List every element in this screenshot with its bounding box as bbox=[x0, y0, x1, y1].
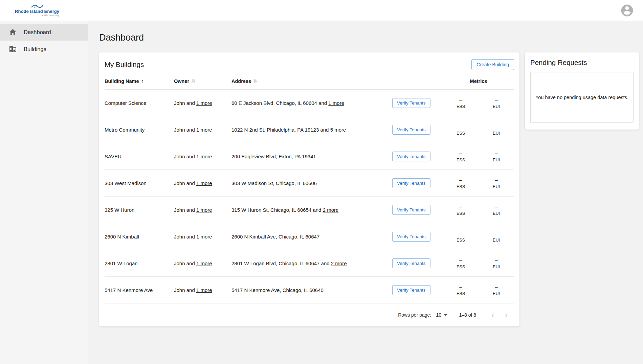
owner-text: John and bbox=[174, 207, 195, 213]
address-more-link[interactable]: 5 more bbox=[330, 127, 346, 133]
verify-tenants-button[interactable]: Verify Tenants bbox=[392, 258, 430, 268]
ess-label: ESS bbox=[443, 237, 479, 244]
column-label: Address bbox=[231, 78, 251, 84]
address-cell: 315 W Huron St, Chicago, IL 60654 and 2 … bbox=[231, 207, 392, 213]
ess-metric: –ESS bbox=[443, 256, 479, 271]
building-name-cell: 303 West Madison bbox=[105, 180, 174, 186]
eui-metric: –EUI bbox=[479, 176, 514, 190]
ess-label: ESS bbox=[443, 264, 479, 270]
address-text: 315 W Huron St, Chicago, IL 60654 and bbox=[231, 207, 321, 213]
address-cell: 200 Eagleview Blvd, Exton, PA 19341 bbox=[231, 154, 392, 159]
home-icon bbox=[9, 28, 17, 36]
eui-label: EUI bbox=[479, 184, 514, 190]
eui-metric: –EUI bbox=[479, 203, 514, 217]
building-name-cell: 325 W Huron bbox=[105, 207, 174, 213]
owner-text: John and bbox=[174, 100, 195, 106]
sidebar-item-label: Dashboard bbox=[24, 29, 51, 36]
building-name-cell: Computer Science bbox=[105, 100, 174, 106]
ess-metric: –ESS bbox=[443, 149, 479, 164]
eui-label: EUI bbox=[479, 264, 514, 270]
column-header-building-name[interactable]: Building Name ↑ bbox=[105, 78, 174, 84]
rows-per-page-select[interactable]: 10 bbox=[436, 312, 447, 318]
eui-metric: –EUI bbox=[479, 122, 514, 137]
ess-label: ESS bbox=[443, 130, 479, 137]
verify-tenants-button[interactable]: Verify Tenants bbox=[392, 205, 430, 215]
eui-label: EUI bbox=[479, 104, 514, 110]
create-building-button[interactable]: Create Building bbox=[471, 59, 514, 70]
eui-value: – bbox=[479, 122, 514, 130]
rows-per-page-label: Rows per page: bbox=[398, 312, 431, 318]
sidebar-item-buildings[interactable]: Buildings bbox=[0, 41, 88, 58]
eui-label: EUI bbox=[479, 130, 514, 137]
address-text: 2801 W Logan Blvd, Chicago, IL 60647 and bbox=[231, 260, 330, 266]
address-cell: 60 E Jackson Blvd, Chicago, IL 60604 and… bbox=[231, 100, 392, 106]
verify-tenants-button[interactable]: Verify Tenants bbox=[392, 125, 430, 135]
pagination-range: 1–8 of 8 bbox=[459, 312, 476, 318]
owner-cell: John and 1 more bbox=[174, 154, 231, 159]
previous-page-button[interactable]: ‹ bbox=[486, 311, 500, 320]
chevron-down-icon bbox=[444, 314, 447, 316]
ess-value: – bbox=[443, 283, 479, 291]
eui-label: EUI bbox=[479, 291, 514, 297]
eui-value: – bbox=[479, 96, 514, 104]
owner-more-link[interactable]: 1 more bbox=[196, 154, 212, 159]
table-row: SAVEU John and 1 more 200 Eagleview Blvd… bbox=[105, 143, 514, 170]
owner-text: John and bbox=[174, 260, 195, 266]
owner-text: John and bbox=[174, 180, 195, 186]
verify-tenants-button[interactable]: Verify Tenants bbox=[392, 232, 430, 242]
eui-value: – bbox=[479, 149, 514, 157]
ess-value: – bbox=[443, 229, 479, 237]
verify-tenants-button[interactable]: Verify Tenants bbox=[392, 98, 430, 108]
ess-metric: –ESS bbox=[443, 203, 479, 217]
verify-tenants-button[interactable]: Verify Tenants bbox=[392, 285, 430, 295]
eui-metric: –EUI bbox=[479, 256, 514, 271]
verify-tenants-button[interactable]: Verify Tenants bbox=[392, 152, 430, 161]
table-row: Computer Science John and 1 more 60 E Ja… bbox=[105, 90, 514, 116]
ess-metric: –ESS bbox=[443, 283, 479, 297]
address-text: 1022 N 2nd St, Philadelphia, PA 19123 an… bbox=[231, 127, 329, 133]
sidebar: Dashboard Buildings bbox=[0, 21, 88, 364]
eui-metric: –EUI bbox=[479, 229, 514, 244]
my-buildings-card: My Buildings Create Building Building Na… bbox=[99, 52, 519, 326]
owner-more-link[interactable]: 1 more bbox=[196, 207, 212, 213]
sort-ascending-icon: ↑ bbox=[141, 78, 144, 84]
table-row: Metro Community John and 1 more 1022 N 2… bbox=[105, 116, 514, 143]
column-header-metrics: Metrics bbox=[443, 78, 514, 84]
next-page-button[interactable]: › bbox=[500, 311, 513, 320]
eui-value: – bbox=[479, 176, 514, 184]
owner-cell: John and 1 more bbox=[174, 180, 231, 186]
pending-requests-empty-message: You have no pending usage data requests. bbox=[535, 95, 628, 100]
table-row: 5417 N Kenmore Ave John and 1 more 5417 … bbox=[105, 277, 514, 303]
owner-more-link[interactable]: 1 more bbox=[196, 127, 212, 133]
address-cell: 303 W Madison St, Chicago, IL 60606 bbox=[231, 180, 392, 186]
address-text: 303 W Madison St, Chicago, IL 60606 bbox=[231, 180, 317, 186]
sidebar-item-dashboard[interactable]: Dashboard bbox=[0, 24, 88, 41]
column-header-owner[interactable]: Owner ⇅ bbox=[174, 78, 231, 84]
owner-more-link[interactable]: 1 more bbox=[196, 100, 212, 106]
ess-metric: –ESS bbox=[443, 229, 479, 244]
rows-per-page-value: 10 bbox=[436, 312, 441, 318]
eui-metric: –EUI bbox=[479, 283, 514, 297]
column-label: Building Name bbox=[105, 78, 139, 84]
owner-cell: John and 1 more bbox=[174, 127, 231, 133]
address-cell: 1022 N 2nd St, Philadelphia, PA 19123 an… bbox=[231, 127, 392, 133]
pending-requests-title: Pending Requests bbox=[530, 59, 634, 67]
sort-icon: ⇅ bbox=[192, 78, 195, 84]
owner-more-link[interactable]: 1 more bbox=[196, 260, 212, 266]
owner-more-link[interactable]: 1 more bbox=[196, 180, 212, 186]
column-header-address[interactable]: Address ⇅ bbox=[231, 78, 392, 84]
address-more-link[interactable]: 2 more bbox=[323, 207, 339, 213]
address-more-link[interactable]: 2 more bbox=[331, 260, 347, 266]
owner-cell: John and 1 more bbox=[174, 287, 231, 293]
eui-label: EUI bbox=[479, 210, 514, 217]
owner-more-link[interactable]: 1 more bbox=[196, 287, 212, 293]
address-more-link[interactable]: 1 more bbox=[328, 100, 344, 106]
verify-tenants-button[interactable]: Verify Tenants bbox=[392, 178, 430, 188]
sidebar-item-label: Buildings bbox=[24, 46, 46, 52]
owner-more-link[interactable]: 1 more bbox=[196, 234, 212, 240]
eui-label: EUI bbox=[479, 157, 514, 163]
ess-metric: –ESS bbox=[443, 176, 479, 190]
eui-value: – bbox=[479, 229, 514, 237]
user-avatar-icon[interactable] bbox=[620, 3, 634, 18]
ess-label: ESS bbox=[443, 291, 479, 297]
